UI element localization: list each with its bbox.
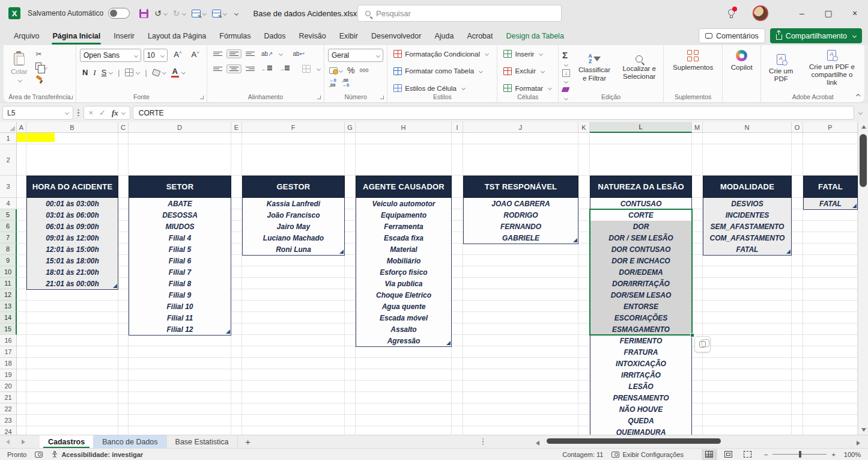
number-dialog-launcher[interactable] [380, 96, 384, 99]
cell-J6[interactable]: FERNANDO [463, 221, 578, 233]
cell-B5[interactable]: 03:01 às 06:00h [26, 209, 118, 221]
cell-L16[interactable]: FERIMENTO [590, 335, 692, 347]
cell-H14[interactable]: Escada móvel [356, 312, 452, 324]
table-resize-handle[interactable] [446, 341, 451, 345]
row-header-23[interactable]: 23 [0, 415, 17, 426]
table-header-L[interactable]: NATUREZA DA LESÃO [590, 176, 692, 198]
decrease-indent-button[interactable]: ← [259, 64, 275, 74]
redo-button[interactable]: ↻ [173, 8, 186, 18]
whats-new-button[interactable] [728, 9, 735, 18]
table-resize-handle[interactable] [852, 204, 857, 208]
cell-L20[interactable]: LESÃO [590, 381, 692, 393]
ribbon-tab-design-da-tabela[interactable]: Design da Tabela [499, 28, 570, 44]
macro-record-icon[interactable] [35, 452, 43, 458]
align-middle-button[interactable] [226, 49, 241, 59]
paste-button[interactable]: Colar [7, 49, 31, 86]
fill-color-button[interactable] [151, 69, 160, 77]
column-header-F[interactable]: F [242, 122, 345, 133]
cell-D4[interactable]: ABATE [129, 198, 231, 210]
orientation-button[interactable]: ab↗ [259, 49, 276, 59]
accessibility-status[interactable]: Acessibilidade: investigar [51, 451, 143, 458]
column-header-I[interactable]: I [452, 122, 463, 133]
table-header-D[interactable]: SETOR [129, 176, 231, 198]
table-resize-handle[interactable] [226, 330, 230, 334]
currency-format-button[interactable] [329, 67, 338, 74]
cell-L24[interactable]: QUEIMADURA [590, 426, 692, 435]
table-header-H[interactable]: AGENTE CAUSADOR [356, 176, 452, 198]
align-top-button[interactable] [211, 50, 225, 58]
column-header-A[interactable]: A [17, 122, 26, 133]
cell-L15[interactable]: ESMAGAMENTO [590, 324, 692, 336]
insert-function-button[interactable]: fx [112, 108, 118, 118]
align-bottom-button[interactable] [243, 50, 257, 58]
decrease-decimal-button[interactable]: ,00→0 [342, 78, 350, 88]
ribbon-tab-arquivo[interactable]: Arquivo [7, 28, 46, 44]
row-header-19[interactable]: 19 [0, 369, 17, 381]
sheet-tab-base-estatistica[interactable]: Base Estatistica [167, 435, 238, 449]
cell-H13[interactable]: Agua quente [356, 301, 452, 313]
row-header-16[interactable]: 16 [0, 335, 17, 346]
italic-button[interactable]: I [93, 68, 96, 78]
selection-fill-handle[interactable] [690, 333, 694, 337]
wrap-text-button[interactable]: ab↩ [290, 49, 307, 59]
cell-B11[interactable]: 21:01 às 00:00h [26, 278, 118, 290]
cell-F6[interactable]: Jairo May [242, 221, 345, 233]
column-header-P[interactable]: P [803, 122, 858, 133]
page-break-view-button[interactable] [740, 449, 756, 460]
cell-L23[interactable]: QUEDA [590, 415, 692, 427]
row-header-17[interactable]: 17 [0, 346, 17, 358]
cell-L11[interactable]: DOR/IRRITAÇÃO [590, 278, 692, 290]
cell-B9[interactable]: 15:01 às 18:00h [26, 255, 118, 267]
table-header-N[interactable]: MODALIDADE [703, 176, 792, 198]
ribbon-tab-inserir[interactable]: Inserir [107, 28, 141, 44]
collapse-ribbon-button[interactable] [854, 91, 860, 100]
column-header-O[interactable]: O [792, 122, 803, 133]
align-center-button[interactable] [226, 64, 241, 74]
row-header-13[interactable]: 13 [0, 301, 17, 312]
cell-L5[interactable]: CORTE [590, 209, 692, 221]
cell-N7[interactable]: COM_AFASTAMENTO [703, 232, 792, 244]
row-header-3[interactable]: 3 [0, 176, 17, 198]
increase-font-button[interactable]: A˄ [170, 49, 185, 62]
borders-button[interactable] [125, 69, 133, 76]
zoom-slider[interactable]: − + [764, 451, 836, 458]
fill-button[interactable]: ↓ [562, 69, 570, 85]
minimize-button[interactable]: – [789, 0, 815, 26]
cell-F5[interactable]: João Francisco [242, 209, 345, 221]
cell-B6[interactable]: 06:01 às 09:00h [26, 221, 118, 233]
cell-D13[interactable]: Filial 10 [129, 301, 231, 313]
cell-D7[interactable]: Filial 4 [129, 232, 231, 244]
cell-J4[interactable]: JOAO CABRERA [463, 198, 578, 210]
percent-format-button[interactable]: % [347, 66, 354, 75]
table-header-J[interactable]: TST RESPONÁVEL [463, 176, 578, 198]
cell-F8[interactable]: Roni Luna [242, 244, 345, 256]
search-input[interactable]: Pesquisar [357, 5, 562, 22]
row-header-15[interactable]: 15 [0, 324, 17, 335]
column-header-N[interactable]: N [703, 122, 792, 133]
cell-H15[interactable]: Assalto [356, 324, 452, 336]
row-header-20[interactable]: 20 [0, 381, 17, 392]
cell-H11[interactable]: Via publica [356, 278, 452, 290]
delete-cells-button[interactable]: Excluir [503, 67, 554, 75]
cell-H6[interactable]: Ferramenta [356, 221, 452, 233]
cell-H7[interactable]: Escada fixa [356, 232, 452, 244]
format-as-table-button[interactable]: Formatar como Tabela [393, 67, 493, 75]
ribbon-tab-layout-da-p-gina[interactable]: Layout da Página [141, 28, 213, 44]
excel-logo-icon[interactable]: X [8, 7, 20, 19]
row-header-7[interactable]: 7 [0, 232, 17, 244]
ribbon-tab-revis-o[interactable]: Revisão [293, 28, 333, 44]
save-button[interactable] [139, 9, 148, 18]
vertical-scrollbar[interactable] [858, 122, 868, 435]
ribbon-tab-dados[interactable]: Dados [257, 28, 292, 44]
cell-L19[interactable]: IRRITAÇÃO [590, 369, 692, 381]
column-header-E[interactable]: E [231, 122, 242, 133]
scroll-down-arrow[interactable] [858, 425, 868, 435]
cell-N8[interactable]: FATAL [703, 244, 792, 256]
font-dialog-launcher[interactable] [200, 96, 204, 99]
cell-D14[interactable]: Filial 11 [129, 312, 231, 324]
user-avatar[interactable] [753, 5, 768, 21]
cell-J7[interactable]: GABRIELE [463, 232, 578, 244]
cut-button[interactable]: ✂ [35, 50, 47, 58]
cell-N4[interactable]: DESVIOS [703, 198, 792, 210]
cell-D6[interactable]: MIUDOS [129, 221, 231, 233]
